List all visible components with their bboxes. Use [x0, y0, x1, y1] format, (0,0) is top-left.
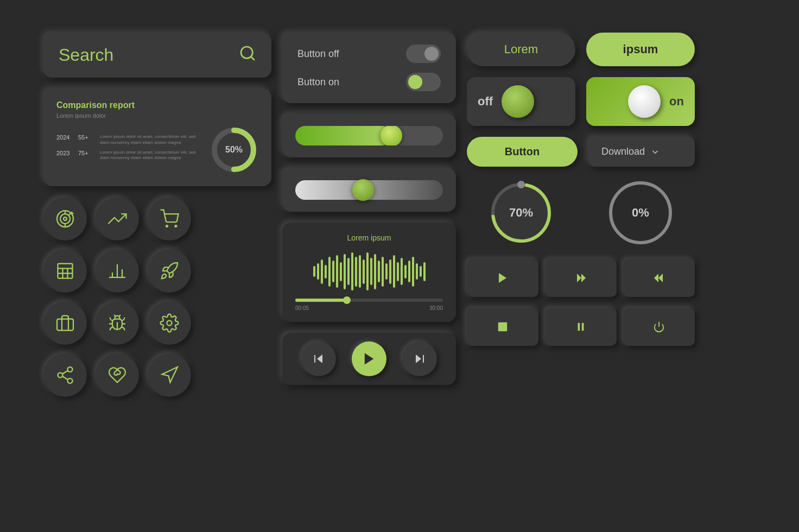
big-toggle-off[interactable]: off	[467, 77, 575, 126]
share-icon-btn[interactable]	[43, 353, 87, 397]
toggle-switch-on[interactable]	[406, 73, 441, 91]
play-button[interactable]	[352, 341, 386, 376]
toggle-row-on: Button on	[297, 73, 441, 91]
share-icon	[55, 365, 75, 385]
action-button[interactable]: Button	[467, 137, 578, 167]
svg-point-24	[68, 378, 73, 383]
slider-fill-1	[295, 126, 391, 145]
prev-button[interactable]	[301, 341, 336, 376]
megaphone-icon	[160, 365, 179, 385]
search-icon[interactable]	[239, 45, 256, 66]
cart-icon-btn[interactable]	[148, 197, 191, 240]
big-toggle-off-label: off	[478, 94, 493, 109]
svg-rect-11	[58, 264, 73, 278]
audio-progress-bar[interactable]	[295, 299, 443, 302]
slider-panel-1	[282, 114, 456, 157]
bug-icon-btn[interactable]	[96, 301, 139, 345]
audio-time-start: 00:05	[295, 305, 309, 311]
media-fast-forward-btn[interactable]	[545, 259, 617, 297]
briefcase-icon	[55, 313, 75, 333]
slider-track-1[interactable]	[295, 126, 443, 145]
svg-rect-43	[578, 323, 580, 331]
wave-bar	[340, 262, 342, 281]
wave-bar	[389, 259, 391, 284]
media-rewind-icon	[652, 271, 665, 284]
circular-0-container: 0%	[586, 178, 695, 248]
audio-progress-fill	[295, 299, 347, 302]
media-fast-forward-icon	[574, 271, 587, 284]
audio-time-end: 30:00	[429, 305, 443, 311]
wave-bar	[355, 257, 357, 287]
media-power-icon	[653, 321, 665, 333]
lorem-button[interactable]: Lorem	[467, 33, 575, 66]
wave-bar	[378, 261, 380, 282]
trending-icon	[107, 209, 127, 229]
media-pause-icon	[575, 321, 587, 333]
media-stop-btn[interactable]	[467, 308, 538, 346]
building-icon-btn[interactable]	[43, 249, 87, 293]
wave-bar	[412, 257, 414, 287]
wave-bar	[325, 265, 327, 278]
wave-bar	[420, 266, 422, 277]
wave-bar	[408, 261, 410, 282]
audio-title: Lorem ipsum	[295, 233, 443, 242]
search-bar[interactable]: Search	[43, 33, 271, 78]
year-2024: 2024	[56, 134, 73, 141]
ipsum-button[interactable]: ipsum	[586, 33, 695, 66]
next-button[interactable]	[402, 341, 437, 376]
trending-icon-btn[interactable]	[96, 197, 139, 240]
media-stop-icon	[497, 321, 509, 333]
svg-marker-39	[581, 274, 586, 282]
rocket-icon-btn[interactable]	[148, 249, 191, 293]
bar-chart-icon-btn[interactable]	[96, 249, 139, 293]
svg-point-9	[166, 225, 168, 227]
circular-0-label: 0%	[632, 206, 649, 220]
handshake-icon-btn[interactable]	[96, 353, 139, 397]
comparison-subtitle: Lorem ipsum dolor	[56, 112, 258, 119]
cart-icon	[160, 209, 179, 229]
media-pause-btn[interactable]	[545, 308, 617, 346]
download-button[interactable]: Download	[588, 137, 695, 167]
slider-track-2[interactable]	[295, 180, 443, 200]
rocket-icon	[160, 261, 179, 281]
wave-bar	[328, 257, 331, 287]
target-icon	[55, 209, 75, 229]
wave-bar	[374, 254, 376, 289]
audio-player: Lorem ipsum	[282, 223, 456, 322]
slider-thumb-1[interactable]	[381, 126, 402, 145]
audio-times: 00:05 30:00	[295, 305, 443, 311]
svg-point-10	[175, 225, 177, 227]
svg-marker-29	[365, 353, 373, 365]
media-power-btn[interactable]	[623, 308, 695, 346]
slider-thumb-2[interactable]	[352, 179, 374, 201]
prev-icon	[312, 352, 325, 365]
target-icon-btn[interactable]	[43, 197, 87, 240]
svg-point-6	[64, 217, 67, 220]
briefcase-icon-btn[interactable]	[43, 301, 87, 345]
comparison-title: Comparison report	[56, 100, 258, 110]
wave-bar	[332, 261, 334, 282]
toggle-switch-off[interactable]	[406, 45, 441, 63]
comparison-data: 2024 55+ Lorem ipsum dolor sit amet, con…	[56, 134, 201, 166]
toggle-row-off: Button off	[297, 45, 441, 63]
circular-row: 70% 0%	[467, 178, 695, 248]
wave-bar	[404, 265, 407, 278]
settings-icon-btn[interactable]	[148, 301, 191, 345]
wave-bar	[363, 259, 365, 284]
wave-bar	[321, 259, 323, 284]
circular-70-container: 70%	[467, 178, 575, 248]
media-rewind-btn[interactable]	[623, 259, 695, 297]
big-toggle-row: off on	[467, 77, 695, 126]
right-column: Lorem ipsum off on Button Download	[467, 33, 695, 397]
svg-point-35	[517, 181, 525, 188]
top-btn-row: Lorem ipsum	[467, 33, 695, 66]
big-toggle-on[interactable]: on	[586, 77, 695, 126]
button-on-label: Button on	[297, 77, 339, 88]
download-icon	[650, 147, 660, 157]
big-toggle-on-knob	[628, 85, 661, 118]
audio-progress-thumb[interactable]	[343, 296, 351, 304]
megaphone-icon-btn[interactable]	[148, 353, 191, 397]
comparison-card: Comparison report Lorem ipsum dolor 2024…	[43, 88, 271, 186]
media-play-btn[interactable]	[467, 259, 538, 297]
wave-bar	[351, 252, 353, 290]
